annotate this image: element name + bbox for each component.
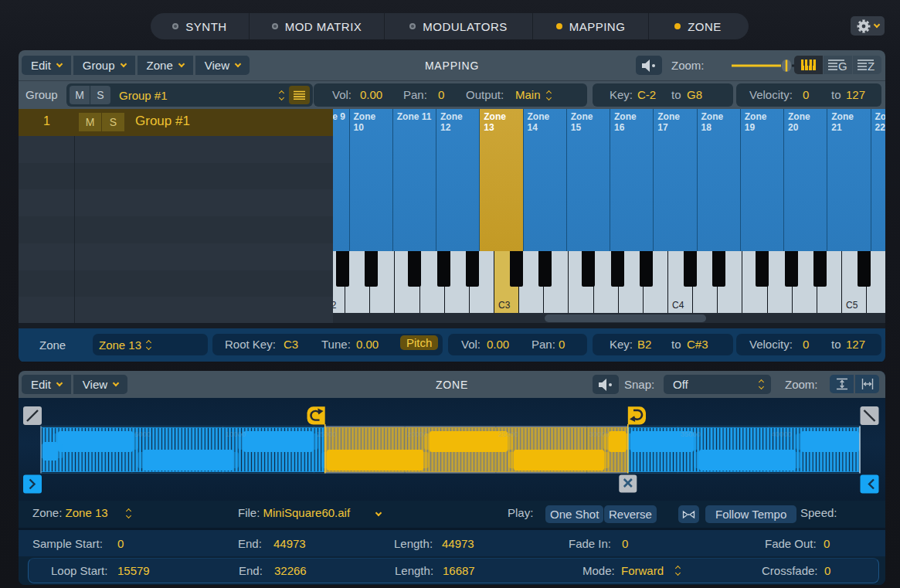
svg-text:20000: 20000 (407, 430, 427, 438)
svg-text:15000: 15000 (316, 430, 336, 438)
svg-text:5000: 5000 (134, 430, 151, 438)
svg-text:40000: 40000 (771, 430, 791, 438)
svg-text:30000: 30000 (589, 430, 610, 438)
svg-text:G: G (838, 59, 847, 72)
svg-text:25000: 25000 (498, 430, 518, 438)
svg-text:35000: 35000 (680, 430, 700, 438)
svg-text:Z: Z (868, 59, 875, 72)
svg-text:10000: 10000 (226, 430, 246, 438)
